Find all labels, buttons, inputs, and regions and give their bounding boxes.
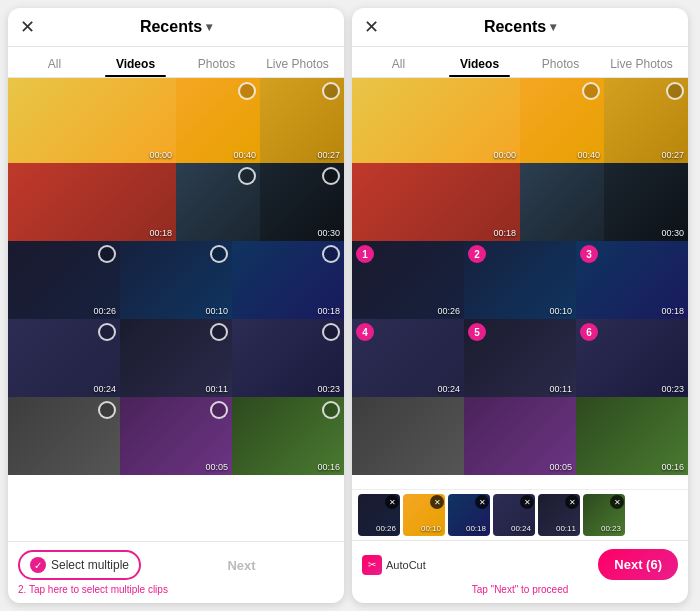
right-tab-photos[interactable]: Photos [522, 51, 599, 77]
left-cell-4-1[interactable]: 00:24 [8, 319, 120, 397]
right-header: ✕ Recents ▾ [352, 8, 688, 47]
left-cell-3-2[interactable]: 00:10 [120, 241, 232, 319]
right-strip-thumb-6[interactable]: 00:23 ✕ [583, 494, 625, 536]
left-tab-livephotos[interactable]: Live Photos [259, 51, 336, 77]
right-duration-1-3: 00:27 [661, 150, 684, 160]
left-cell-1-3[interactable]: 00:27 [260, 78, 344, 163]
right-cell-3-1[interactable]: 00:26 1 [352, 241, 464, 319]
right-tab-videos[interactable]: Videos [441, 51, 518, 77]
right-autocut-button[interactable]: ✂ AutoCut [362, 555, 426, 575]
left-cell-2-2[interactable] [176, 163, 260, 241]
right-strip-thumb-1[interactable]: 00:26 ✕ [358, 494, 400, 536]
right-strip-remove-1[interactable]: ✕ [385, 495, 399, 509]
left-select-circle-4-2 [210, 323, 228, 341]
right-strip-remove-6[interactable]: ✕ [610, 495, 624, 509]
right-cell-1-2[interactable]: 00:40 [520, 78, 604, 163]
right-strip-dur-5: 00:11 [556, 524, 576, 533]
left-check-icon: ✓ [30, 557, 46, 573]
left-cell-3-3[interactable]: 00:18 [232, 241, 344, 319]
right-duration-5-2: 00:05 [549, 462, 572, 472]
left-chevron-icon[interactable]: ▾ [206, 20, 212, 34]
right-duration-3-3: 00:18 [661, 306, 684, 316]
left-tab-videos[interactable]: Videos [97, 51, 174, 77]
right-duration-3-2: 00:10 [549, 306, 572, 316]
left-duration-5-3: 00:16 [317, 462, 340, 472]
right-duration-2-3: 00:30 [661, 228, 684, 238]
left-cell-4-3[interactable]: 00:23 [232, 319, 344, 397]
left-hint: 2. Tap here to select multiple clips [18, 584, 334, 595]
right-duration-3-1: 00:26 [437, 306, 460, 316]
left-cell-4-2[interactable]: 00:11 [120, 319, 232, 397]
right-chevron-icon[interactable]: ▾ [550, 20, 556, 34]
right-cell-5-2[interactable]: 00:05 [464, 397, 576, 475]
right-tab-livephotos[interactable]: Live Photos [603, 51, 680, 77]
right-tab-all[interactable]: All [360, 51, 437, 77]
right-strip-dur-1: 00:26 [376, 524, 396, 533]
left-duration-4-2: 00:11 [205, 384, 228, 394]
left-row-3: 00:26 00:10 00:18 [8, 241, 344, 319]
left-cell-1-2[interactable]: 00:40 [176, 78, 260, 163]
right-cell-3-3[interactable]: 00:18 3 [576, 241, 688, 319]
right-strip-dur-4: 00:24 [511, 524, 531, 533]
right-strip-dur-2: 00:10 [421, 524, 441, 533]
right-cell-5-1[interactable] [352, 397, 464, 475]
right-strip-thumb-4[interactable]: 00:24 ✕ [493, 494, 535, 536]
left-select-multiple-button[interactable]: ✓ Select multiple [18, 550, 141, 580]
left-cell-5-1[interactable] [8, 397, 120, 475]
left-cell-5-2[interactable]: 00:05 [120, 397, 232, 475]
right-row-5: 00:05 00:16 [352, 397, 688, 475]
right-strip-remove-4[interactable]: ✕ [520, 495, 534, 509]
left-select-circle-4-3 [322, 323, 340, 341]
right-strip-dur-3: 00:18 [466, 524, 486, 533]
left-panel: ✕ Recents ▾ All Videos Photos Live Photo… [8, 8, 344, 603]
left-header: ✕ Recents ▾ [8, 8, 344, 47]
right-cell-2-1[interactable]: 00:18 [352, 163, 520, 241]
right-num-4-3: 6 [580, 323, 598, 341]
right-cell-4-1[interactable]: 00:24 4 [352, 319, 464, 397]
right-strip-thumb-3[interactable]: 00:18 ✕ [448, 494, 490, 536]
left-row-4: 00:24 00:11 00:23 [8, 319, 344, 397]
left-duration-2-1: 00:18 [149, 228, 172, 238]
left-video-grid: 00:00 00:40 00:27 00:18 [8, 78, 344, 541]
right-num-3-2: 2 [468, 245, 486, 263]
left-cell-1-1[interactable]: 00:00 [8, 78, 176, 163]
right-close-button[interactable]: ✕ [364, 16, 379, 38]
right-strip-remove-2[interactable]: ✕ [430, 495, 444, 509]
right-selected-strip-container: 00:26 ✕ 00:10 ✕ 00:18 ✕ 00:24 ✕ 00:11 [352, 489, 688, 540]
left-cell-3-1[interactable]: 00:26 [8, 241, 120, 319]
right-cell-2-3[interactable]: 00:30 [604, 163, 688, 241]
left-select-circle-2-2 [238, 167, 256, 185]
right-bottom-actions: ✂ AutoCut Next (6) [362, 549, 678, 580]
right-row-1: 00:00 00:40 00:27 [352, 78, 688, 163]
right-strip-remove-5[interactable]: ✕ [565, 495, 579, 509]
right-row-2: 00:18 00:30 [352, 163, 688, 241]
right-cell-5-3[interactable]: 00:16 [576, 397, 688, 475]
right-cell-2-2[interactable] [520, 163, 604, 241]
right-strip-thumb-2[interactable]: 00:10 ✕ [403, 494, 445, 536]
left-select-circle-4-1 [98, 323, 116, 341]
right-cell-1-3[interactable]: 00:27 [604, 78, 688, 163]
right-strip-thumb-5[interactable]: 00:11 ✕ [538, 494, 580, 536]
left-cell-2-3[interactable]: 00:30 [260, 163, 344, 241]
right-duration-4-1: 00:24 [437, 384, 460, 394]
right-cell-1-1[interactable]: 00:00 [352, 78, 520, 163]
left-select-circle-3-2 [210, 245, 228, 263]
right-duration-2-1: 00:18 [493, 228, 516, 238]
right-strip-remove-3[interactable]: ✕ [475, 495, 489, 509]
left-cell-5-3[interactable]: 00:16 [232, 397, 344, 475]
left-tab-all[interactable]: All [16, 51, 93, 77]
right-duration-1-1: 00:00 [493, 150, 516, 160]
right-cell-4-2[interactable]: 00:11 5 [464, 319, 576, 397]
left-next-button[interactable]: Next [149, 551, 334, 580]
right-num-3-1: 1 [356, 245, 374, 263]
right-duration-4-2: 00:11 [549, 384, 572, 394]
left-tab-photos[interactable]: Photos [178, 51, 255, 77]
left-select-circle-2-3 [322, 167, 340, 185]
left-cell-2-1[interactable]: 00:18 [8, 163, 176, 241]
left-select-circle-3-1 [98, 245, 116, 263]
right-select-circle-1-2 [582, 82, 600, 100]
right-cell-4-3[interactable]: 00:23 6 [576, 319, 688, 397]
right-cell-3-2[interactable]: 00:10 2 [464, 241, 576, 319]
right-next-button[interactable]: Next (6) [598, 549, 678, 580]
left-close-button[interactable]: ✕ [20, 16, 35, 38]
